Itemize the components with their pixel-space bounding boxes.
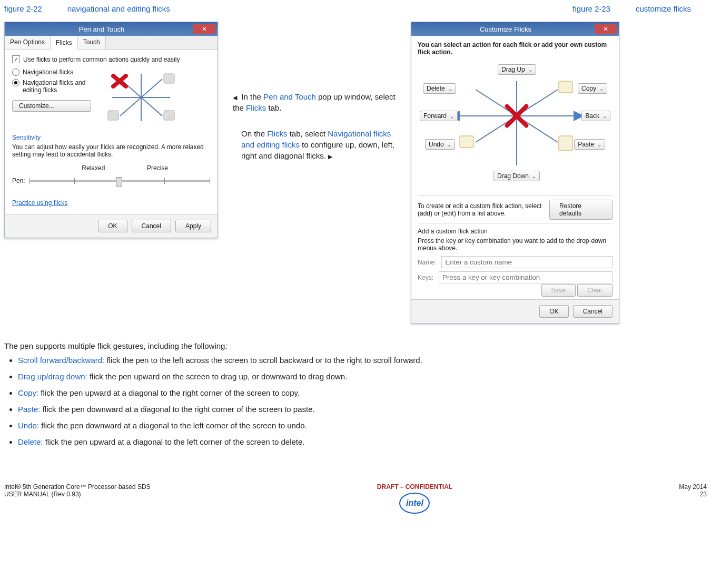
intel-logo-icon: intel: [399, 493, 430, 514]
drag-up-dropdown[interactable]: Drag Up⌄: [498, 64, 536, 75]
ok-button[interactable]: OK: [539, 305, 568, 318]
cancel-button[interactable]: Cancel: [573, 305, 613, 318]
list-item: Undo: flick the pen downward at a diagon…: [18, 421, 707, 430]
list-item: Scroll forward/backward: flick the pen t…: [18, 356, 707, 365]
triangle-left-icon: ◀: [233, 94, 237, 101]
checkbox-icon[interactable]: ✓: [12, 55, 20, 63]
keys-input[interactable]: [439, 271, 613, 283]
nav-edit-flicks-label: Navigational flicks and editing flicks: [23, 79, 91, 94]
svg-rect-12: [108, 111, 118, 120]
radio-icon[interactable]: [12, 68, 19, 76]
svg-rect-21: [559, 81, 572, 93]
dialog-titlebar: Customize Flicks ✕: [411, 22, 619, 36]
relaxed-label: Relaxed: [82, 164, 105, 172]
list-item: Copy: flick the pen upward at a diagonal…: [18, 388, 707, 397]
svg-rect-10: [164, 74, 174, 83]
nav-edit-flicks-option[interactable]: Navigational flicks and editing flicks: [12, 79, 91, 94]
precise-label: Precise: [147, 164, 168, 172]
name-input[interactable]: [441, 256, 613, 268]
tab-pen-options[interactable]: Pen Options: [5, 36, 51, 50]
nav-flicks-option[interactable]: Navigational flicks: [12, 68, 91, 76]
svg-rect-11: [164, 111, 174, 120]
customize-flicks-diagram: Drag Up⌄ Delete⌄ Copy⌄ Forward⌄ Back⌄ Un…: [418, 60, 613, 192]
practice-link[interactable]: Practice using flicks: [12, 199, 210, 207]
triangle-right-icon: ▶: [328, 153, 332, 160]
ok-button[interactable]: OK: [98, 220, 127, 232]
footer-left-1: Intel® 5th Generation Core™ Processor-ba…: [4, 483, 151, 491]
copy-dropdown[interactable]: Copy⌄: [578, 83, 607, 94]
figure-row: Pen and Touch ✕ Pen Options Flicks Touch…: [4, 22, 707, 324]
footer-page: 23: [679, 491, 707, 498]
svg-line-5: [141, 79, 162, 97]
name-label: Name:: [418, 259, 436, 266]
tab-touch[interactable]: Touch: [78, 36, 106, 50]
customize-flicks-desc: You can select an action for each flick …: [418, 41, 613, 56]
list-item: Drag up/drag down: flick the pen upward …: [18, 372, 707, 381]
pen-label: Pen:: [12, 177, 25, 184]
customize-button[interactable]: Customize...: [12, 100, 91, 112]
intro-text: The pen supports multiple flick gestures…: [4, 341, 707, 350]
fig-left-num: figure 2-22: [4, 4, 42, 13]
sensitivity-heading: Sensitivity: [12, 134, 210, 141]
gesture-list: Scroll forward/backward: flick the pen t…: [18, 356, 707, 446]
save-button[interactable]: Save: [541, 284, 576, 297]
footer-date: May 2014: [679, 483, 707, 491]
tab-flicks[interactable]: Flicks: [51, 36, 78, 50]
keys-label: Keys:: [418, 274, 433, 281]
paste-dropdown[interactable]: Paste⌄: [574, 139, 605, 150]
forward-dropdown[interactable]: Forward⌄: [420, 111, 458, 121]
apply-button[interactable]: Apply: [175, 220, 211, 232]
fig-left-title: navigational and editing flicks: [67, 4, 170, 13]
sensitivity-slider[interactable]: [29, 180, 210, 182]
figure-captions: figure 2-22 navigational and editing fli…: [4, 4, 707, 13]
delete-dropdown[interactable]: Delete⌄: [423, 83, 456, 94]
list-item: Delete: flick the pen upward at a diagon…: [18, 437, 707, 446]
close-icon[interactable]: ✕: [595, 24, 617, 34]
dialog-title: Pen and Touch: [10, 25, 193, 33]
instructions-column: ◀ In the Pen and Touch pop up window, se…: [233, 22, 396, 176]
clear-button[interactable]: Clear: [577, 284, 613, 297]
footer-left-2: USER MANUAL (Rev 0.93): [4, 491, 151, 498]
customize-flicks-dialog: Customize Flicks ✕ You can select an act…: [411, 22, 619, 324]
tabs: Pen Options Flicks Touch: [5, 36, 218, 50]
svg-rect-23: [460, 136, 473, 148]
dialog-titlebar: Pen and Touch ✕: [5, 22, 218, 36]
add-custom-desc: Press the key or key combination you wan…: [418, 237, 613, 252]
use-flicks-label: Use flicks to perform common actions qui…: [23, 56, 180, 63]
fig-right-num: figure 2-23: [572, 4, 610, 13]
drag-down-dropdown[interactable]: Drag Down⌄: [493, 171, 540, 181]
undo-dropdown[interactable]: Undo⌄: [425, 139, 455, 150]
pen-touch-dialog: Pen and Touch ✕ Pen Options Flicks Touch…: [4, 22, 218, 238]
svg-line-7: [141, 97, 162, 116]
delete-x-icon: [501, 100, 532, 132]
radio-selected-icon[interactable]: [12, 79, 19, 86]
body-text: The pen supports multiple flick gestures…: [4, 341, 707, 446]
back-dropdown[interactable]: Back⌄: [581, 111, 610, 121]
use-flicks-checkbox-row: ✓ Use flicks to perform common actions q…: [12, 55, 210, 63]
dialog-title: Customize Flicks: [417, 25, 595, 33]
slider-thumb-icon[interactable]: [116, 177, 122, 187]
svg-line-6: [120, 97, 141, 116]
create-edit-text: To create or edit a custom flick action,…: [418, 202, 549, 217]
close-icon[interactable]: ✕: [193, 24, 215, 34]
add-custom-heading: Add a custom flick action: [418, 228, 613, 235]
restore-defaults-button[interactable]: Restore defaults: [549, 200, 613, 220]
fig-right-title: customize flicks: [636, 4, 691, 13]
svg-rect-22: [559, 136, 572, 151]
nav-flicks-label: Navigational flicks: [23, 68, 73, 76]
list-item: Paste: flick the pen downward at a diago…: [18, 405, 707, 414]
footer-confidential: DRAFT – CONFIDENTIAL: [151, 483, 679, 491]
sensitivity-desc: You can adjust how easily your flicks ar…: [12, 143, 210, 158]
cancel-button[interactable]: Cancel: [132, 220, 171, 232]
flick-direction-diagram: [102, 68, 181, 126]
page-footer: Intel® 5th Generation Core™ Processor-ba…: [4, 483, 707, 514]
